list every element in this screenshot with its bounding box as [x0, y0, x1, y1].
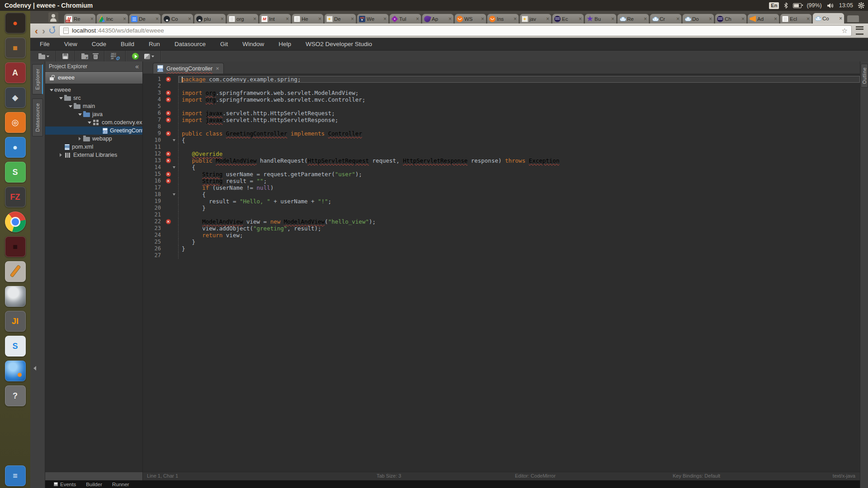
close-project-button[interactable]: [79, 53, 91, 59]
tab-close-icon[interactable]: ×: [546, 16, 549, 22]
tree-expander-icon[interactable]: [49, 87, 54, 93]
dropdown-caret-icon[interactable]: [47, 56, 49, 59]
browser-tab-11-tul[interactable]: Tul×: [389, 14, 421, 23]
code-line-7[interactable]: 7import javax.servlet.http.HttpServletRe…: [143, 117, 860, 123]
browser-tab-12-ap[interactable]: Ap×: [422, 14, 454, 23]
code-line-2[interactable]: 2: [143, 83, 860, 89]
tab-close-icon[interactable]: ×: [644, 16, 647, 22]
fold-marker-icon[interactable]: [173, 137, 178, 144]
code-line-11[interactable]: 11: [143, 144, 860, 150]
browser-tab-13-ws[interactable]: WS×: [454, 14, 486, 23]
browser-tab-17-bu[interactable]: Bu×: [585, 14, 617, 23]
launcher-icon-spiral[interactable]: ◎: [5, 112, 26, 133]
dropdown-caret-icon[interactable]: [151, 56, 154, 59]
keyboard-layout-indicator[interactable]: En: [769, 2, 779, 9]
code-line-26[interactable]: 26}: [143, 245, 860, 252]
code-line-25[interactable]: 25 }: [143, 239, 860, 245]
menu-view[interactable]: View: [57, 38, 85, 50]
tree-expander-icon[interactable]: [77, 137, 83, 141]
bookmark-star-icon[interactable]: ☆: [842, 27, 848, 34]
reload-button[interactable]: [49, 28, 55, 33]
tree-item-java[interactable]: java: [45, 110, 142, 118]
tab-close-icon[interactable]: ×: [286, 16, 289, 22]
menu-file[interactable]: File: [33, 38, 57, 50]
tab-close-icon[interactable]: ×: [481, 16, 484, 22]
editor-tab-greetingcontroller[interactable]: GreetingController ×: [153, 63, 224, 74]
code-line-23[interactable]: 23 view.addObject("greeting", result);: [143, 225, 860, 232]
launcher-icon-media-dark-red[interactable]: ■: [5, 236, 26, 257]
tree-expander-icon[interactable]: [68, 103, 73, 109]
bottom-tab-runner[interactable]: Runner: [107, 480, 134, 488]
browser-tab-24-co[interactable]: Co×: [812, 13, 844, 23]
browser-tab-6-org[interactable]: org×: [226, 14, 259, 23]
menu-help[interactable]: Help: [271, 38, 298, 50]
browser-tab-2-inc[interactable]: Inc×: [96, 14, 128, 23]
side-tab-explorer[interactable]: Explorer: [32, 64, 43, 94]
tab-close-icon[interactable]: ×: [709, 16, 712, 22]
side-tab-datasource[interactable]: Datasource: [32, 99, 43, 136]
launcher-icon-sync-ball[interactable]: [5, 361, 26, 381]
tree-expander-icon[interactable]: [77, 111, 83, 117]
code-line-16[interactable]: 16 String result = "";: [143, 178, 860, 184]
tab-close-icon[interactable]: ×: [90, 16, 94, 22]
code-line-19[interactable]: 19 result = "Hello, " + userName + "!";: [143, 198, 860, 205]
back-button[interactable]: ‹: [35, 26, 38, 35]
tree-item-src[interactable]: src: [45, 94, 142, 102]
save-button[interactable]: [60, 53, 71, 59]
browser-tab-19-cr[interactable]: Cr×: [650, 14, 682, 23]
browser-tab-4-co[interactable]: Co×: [161, 14, 193, 23]
code-line-3[interactable]: 3import org.springframework.web.servlet.…: [143, 89, 860, 96]
code-editor[interactable]: 1package com.codenvy.example.spring;23im…: [143, 74, 860, 472]
tab-close-icon[interactable]: ×: [741, 16, 745, 22]
browser-tab-23-ecl[interactable]: Ecl×: [780, 14, 812, 23]
browser-tab-3-de[interactable]: De×: [129, 14, 161, 23]
code-line-9[interactable]: 9public class GreetingController impleme…: [143, 130, 860, 137]
tab-close-icon[interactable]: ×: [579, 16, 582, 22]
volume-icon[interactable]: [827, 3, 834, 9]
browser-tab-18-re[interactable]: Re×: [617, 14, 649, 23]
fold-marker-icon[interactable]: [173, 191, 178, 198]
menu-git[interactable]: Git: [213, 38, 235, 50]
menu-wso2-developer-studio[interactable]: WSO2 Developer Studio: [298, 38, 379, 50]
launcher-icon-skype[interactable]: S: [5, 336, 26, 357]
run-button[interactable]: [129, 53, 142, 60]
panel-collapse-arrow-icon[interactable]: [31, 366, 36, 371]
menu-build[interactable]: Build: [113, 38, 142, 50]
side-tab-outline[interactable]: Outline: [861, 64, 868, 88]
code-line-22[interactable]: 22 ModelAndView view = new ModelAndView(…: [143, 218, 860, 225]
launcher-icon-chromium[interactable]: [5, 211, 26, 232]
fold-marker-icon[interactable]: [173, 164, 178, 171]
close-tab-icon[interactable]: ×: [216, 66, 219, 71]
browser-tab-16-ec[interactable]: Ec×: [552, 14, 584, 23]
code-line-6[interactable]: 6import javax.servlet.http.HttpServletRe…: [143, 110, 860, 117]
tab-close-icon[interactable]: ×: [156, 16, 159, 22]
launcher-icon-green-app[interactable]: S: [5, 162, 26, 183]
code-line-18[interactable]: 18 {: [143, 191, 860, 198]
tab-close-icon[interactable]: ×: [318, 16, 321, 22]
clock[interactable]: 13:05: [839, 2, 853, 9]
code-line-15[interactable]: 15 String userName = request.getParamete…: [143, 171, 860, 178]
session-gear-icon[interactable]: [858, 2, 864, 9]
tab-close-icon[interactable]: ×: [839, 16, 842, 21]
tree-item-webapp[interactable]: webapp: [45, 135, 142, 143]
launcher-icon-sphere-app[interactable]: [5, 286, 26, 307]
tab-close-icon[interactable]: ×: [807, 16, 810, 22]
code-line-24[interactable]: 24 return view;: [143, 232, 860, 239]
code-line-8[interactable]: 8: [143, 123, 860, 130]
tab-close-icon[interactable]: ×: [611, 16, 614, 22]
menu-run[interactable]: Run: [142, 38, 167, 50]
launcher-icon-help[interactable]: ?: [5, 385, 26, 406]
browser-tab-5-plu[interactable]: plu×: [194, 14, 226, 23]
launcher-icon-blue-app[interactable]: ●: [5, 137, 26, 158]
code-line-17[interactable]: 17 if (userName != null): [143, 184, 860, 191]
url-bar[interactable]: localhost :44350/ws/default/eweee ☆: [59, 25, 852, 36]
tree-item-greetingcontroller[interactable]: GreetingController: [45, 127, 142, 135]
new-tab-button[interactable]: [847, 15, 859, 22]
tab-close-icon[interactable]: ×: [448, 16, 452, 22]
launcher-icon-jdownloader[interactable]: JI: [5, 311, 26, 332]
forward-button[interactable]: ›: [42, 26, 45, 35]
build-button[interactable]: [108, 53, 122, 60]
browser-tab-20-do[interactable]: Do×: [682, 14, 714, 23]
browser-menu-icon[interactable]: [856, 26, 863, 35]
tab-close-icon[interactable]: ×: [253, 16, 256, 22]
